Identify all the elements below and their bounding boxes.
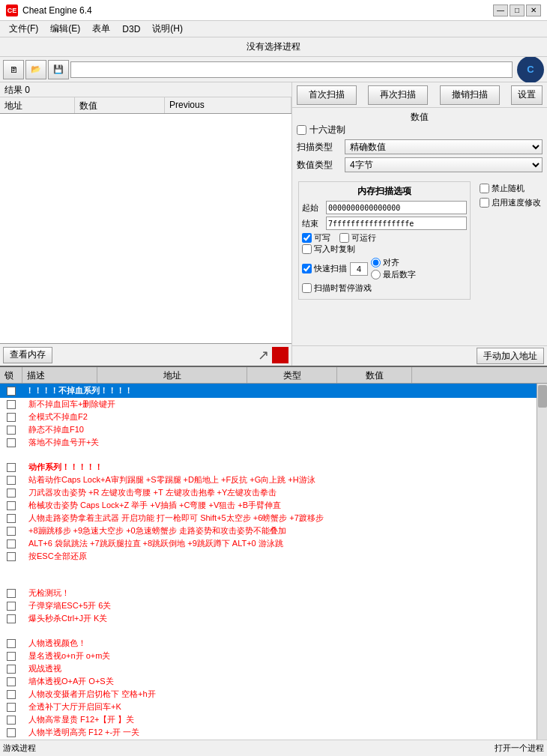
- stop-icon: [272, 347, 288, 363]
- lower-table-header: 锁定 描述 地址 类型 数值: [0, 367, 547, 384]
- toolbar-save-button[interactable]: 💾: [48, 60, 69, 79]
- disable-random-checkbox[interactable]: [480, 184, 489, 193]
- table-row[interactable]: 人物走路姿势拿着主武器 开启功能 打一枪即可 Shift+5太空步 +6螃蟹步 …: [0, 512, 537, 524]
- process-label: 没有选择进程: [247, 40, 300, 53]
- process-bar: 没有选择进程: [0, 37, 547, 57]
- copy-on-write-row: 写入时复制: [302, 244, 467, 255]
- ce-logo: C: [517, 56, 544, 83]
- scan-options-title: 数值: [297, 111, 543, 124]
- scan-type-row: 扫描类型 精确数值: [297, 139, 543, 154]
- left-panel-bottom: 查看内存 ↗: [0, 343, 291, 366]
- lower-scrollbar[interactable]: [537, 384, 547, 740]
- quick-scan-checkbox[interactable]: [302, 264, 312, 273]
- lower-table-content[interactable]: ！！！！不掉血系列！！！！ 新不掉血回车+删除键开 全模式不掉血F2 静态不掉血…: [0, 384, 537, 740]
- table-row[interactable]: ALT+6 袋鼠跳法 +7跳跃腿拉直 +8跳跃倒地 +9跳跃蹲下 ALT+0 游…: [0, 537, 537, 550]
- mem-start-input[interactable]: [326, 201, 467, 214]
- toolbar: 🖹 📂 💾 C: [0, 57, 547, 82]
- scan-buttons-row: 首次扫描 再次扫描 撤销扫描 设置: [292, 82, 547, 108]
- copy-on-write-checkbox[interactable]: [302, 244, 312, 254]
- value-type-row: 数值类型 4字节: [297, 157, 543, 172]
- table-row[interactable]: 人物半透明高亮 F12 +-开 一关: [0, 726, 537, 739]
- quick-scan-input[interactable]: [350, 262, 368, 276]
- pause-game-row: 扫描时暂停游戏: [302, 282, 467, 294]
- mem-start-row: 起始: [302, 201, 467, 214]
- table-row[interactable]: 刀武器攻击姿势 +R 左键攻击弯腰 +T 左键攻击抱拳 +Y左键攻击拳击: [0, 486, 537, 499]
- scan-type-select[interactable]: 精确数值: [345, 139, 543, 154]
- title-bar: CE Cheat Engine 6.4 — □ ✕: [0, 0, 547, 21]
- status-bar: 游戏进程 打开一个进程: [0, 740, 547, 756]
- scan-type-label: 扫描类型: [297, 141, 342, 154]
- lock-checkbox[interactable]: [7, 387, 16, 396]
- table-row[interactable]: 站着动作Caps Lock+A审判踢腿 +S零踢腿 +D船地上 +F反抗 +G向…: [0, 474, 537, 486]
- lower-col-type: 类型: [247, 367, 337, 383]
- first-scan-button[interactable]: 首次扫描: [297, 85, 357, 105]
- lower-area: 锁定 描述 地址 类型 数值 ！！！！不掉血系列！！！！ 新不掉血回车+删除键开…: [0, 367, 547, 740]
- table-row[interactable]: 人物高常显贵 F12+【开 】关: [0, 713, 537, 726]
- table-row: [0, 625, 537, 637]
- pause-game-checkbox[interactable]: [302, 283, 312, 293]
- cancel-scan-button[interactable]: 撤销扫描: [440, 85, 500, 105]
- quick-scan-radio-group: 对齐 最后数字: [371, 257, 416, 280]
- table-row[interactable]: 落地不掉血号开+关: [0, 436, 537, 449]
- results-count: 结果 0: [0, 82, 291, 97]
- title-bar-left: CE Cheat Engine 6.4: [6, 4, 92, 16]
- mem-start-label: 起始: [302, 202, 323, 214]
- table-row[interactable]: 动作系列！！！！！: [0, 461, 537, 474]
- next-scan-button[interactable]: 再次扫描: [368, 85, 428, 105]
- table-row[interactable]: 全透补丁大厅开启回车+K: [0, 701, 537, 713]
- menu-help[interactable]: 说明(H): [146, 22, 189, 36]
- table-row[interactable]: 显名透视o+n开 o+m关: [0, 650, 537, 662]
- menu-bar: 文件(F) 编辑(E) 表单 D3D 说明(H): [0, 21, 547, 37]
- table-row[interactable]: 全模式不掉血F2: [0, 411, 537, 423]
- table-row[interactable]: 静态不掉血F10: [0, 423, 537, 436]
- close-button[interactable]: ✕: [526, 4, 541, 16]
- writeable-checkbox[interactable]: [302, 233, 312, 243]
- table-row: [0, 575, 537, 587]
- query-memory-button[interactable]: 查看内存: [3, 347, 52, 363]
- right-checkboxes: 禁止随机 启用速度修改: [477, 180, 544, 301]
- radio-last-digit[interactable]: [371, 270, 381, 279]
- table-row[interactable]: 按ESC全部还原: [0, 550, 537, 563]
- enable-fast-modify-checkbox[interactable]: [480, 198, 489, 208]
- manual-add-button[interactable]: 手动加入地址: [477, 348, 544, 364]
- executable-checkbox[interactable]: [339, 233, 349, 243]
- scan-results-list[interactable]: [0, 114, 291, 343]
- lower-col-lock: 锁定: [0, 367, 22, 383]
- process-input[interactable]: [70, 61, 513, 78]
- table-row[interactable]: 无检测玩！: [0, 587, 537, 599]
- app-icon: CE: [6, 4, 18, 16]
- table-row[interactable]: 爆头秒杀Ctrl+J开 K关: [0, 612, 537, 625]
- value-type-select[interactable]: 4字节: [345, 157, 543, 172]
- table-row[interactable]: 人物透视颜色！: [0, 637, 537, 650]
- scrollbar-thumb[interactable]: [538, 385, 547, 408]
- menu-file[interactable]: 文件(F): [3, 22, 44, 36]
- mem-end-input[interactable]: [326, 217, 467, 230]
- col-previous: Previous: [165, 97, 291, 113]
- settings-button[interactable]: 设置: [511, 85, 543, 105]
- table-row: [0, 563, 537, 575]
- menu-table[interactable]: 表单: [86, 22, 116, 36]
- menu-d3d[interactable]: D3D: [116, 23, 146, 35]
- table-row[interactable]: 人物镜面 F12 +开（颗粒）关: [0, 739, 537, 740]
- table-row[interactable]: 墙体透视O+A开 O+S关: [0, 675, 537, 688]
- table-row[interactable]: ！！！！不掉血系列！！！！: [0, 384, 537, 398]
- table-row[interactable]: 枪械攻击姿势 Caps Lock+Z 举手 +V抽插 +C弯腰 +V狙击 +B手…: [0, 499, 537, 512]
- table-row[interactable]: 子弹穿墙ESC+5开 6关: [0, 599, 537, 612]
- menu-edit[interactable]: 编辑(E): [44, 22, 86, 36]
- table-row[interactable]: 人物改变摄者开启切枪下 空格+h开: [0, 688, 537, 701]
- minimize-button[interactable]: —: [493, 4, 508, 16]
- mem-checkbox-row: 可写 可运行: [302, 232, 467, 244]
- toolbar-new-button[interactable]: 🖹: [3, 60, 24, 79]
- quick-scan-row: 快速扫描 对齐 最后数字: [302, 257, 467, 280]
- toolbar-open-button[interactable]: 📂: [25, 60, 46, 79]
- table-row[interactable]: 新不掉血回车+删除键开: [0, 398, 537, 411]
- radio-align[interactable]: [371, 258, 381, 267]
- table-row[interactable]: 观战透视: [0, 662, 537, 675]
- mem-end-label: 结束: [302, 218, 323, 229]
- mem-scan-area: 内存扫描选项 起始 结束 可写: [295, 180, 544, 301]
- maximize-button[interactable]: □: [510, 4, 525, 16]
- pointer-icon: ↗: [258, 347, 269, 363]
- value-type-label: 数值类型: [297, 159, 342, 172]
- hex-checkbox[interactable]: [297, 125, 306, 135]
- table-row[interactable]: +8蹦跳移步 +9急速大空步 +0急速螃蟹步 走路姿势和攻击姿势不能叠加: [0, 524, 537, 537]
